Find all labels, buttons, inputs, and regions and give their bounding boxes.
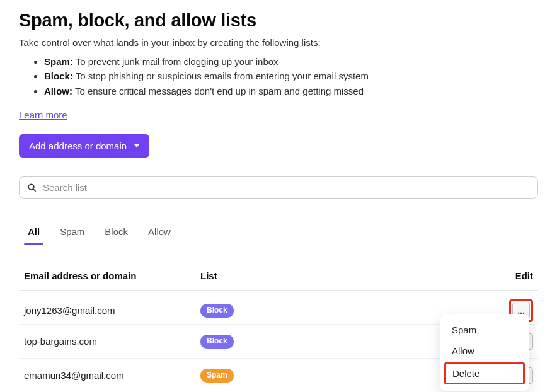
- tab-block[interactable]: Block: [105, 221, 128, 245]
- tab-spam[interactable]: Spam: [60, 221, 84, 245]
- menu-item-spam[interactable]: Spam: [440, 320, 529, 340]
- row-email: emamun34@gmail.com: [24, 370, 200, 381]
- svg-line-1: [33, 189, 35, 191]
- page-subtitle: Take control over what lands in your inb…: [19, 37, 538, 48]
- add-address-button[interactable]: Add address or domain: [19, 134, 149, 158]
- list-badge: Block: [200, 335, 234, 349]
- row-email: top-bargains.com: [24, 336, 200, 347]
- search-icon: [27, 183, 37, 192]
- menu-item-allow[interactable]: Allow: [440, 340, 529, 361]
- column-list: List: [200, 270, 495, 281]
- description-list: Spam: To prevent junk mail from clogging…: [19, 54, 538, 98]
- list-item: Block: To stop phishing or suspicious em…: [44, 69, 538, 83]
- list-badge: Block: [200, 304, 234, 318]
- list-badge: Spam: [200, 369, 234, 383]
- column-edit: Edit: [495, 270, 533, 281]
- search-input[interactable]: [43, 182, 530, 193]
- row-email: jony1263@gmail.com: [24, 305, 200, 316]
- list-item: Allow: To ensure critical messages don't…: [44, 84, 538, 98]
- list-item: Spam: To prevent junk mail from clogging…: [44, 54, 538, 69]
- tabs: All Spam Block Allow: [19, 221, 176, 245]
- page-title: Spam, block, and allow lists: [19, 10, 538, 31]
- menu-item-delete[interactable]: Delete: [444, 362, 525, 384]
- tab-all[interactable]: All: [28, 221, 40, 245]
- add-address-label: Add address or domain: [29, 141, 127, 151]
- chevron-down-icon: [134, 144, 139, 147]
- table-header: Email address or domain List Edit: [19, 262, 538, 291]
- search-field[interactable]: [19, 176, 538, 199]
- column-email: Email address or domain: [24, 270, 200, 281]
- context-menu: Spam Allow Delete: [440, 314, 529, 391]
- learn-more-link[interactable]: Learn more: [19, 110, 67, 120]
- tab-allow[interactable]: Allow: [148, 221, 171, 245]
